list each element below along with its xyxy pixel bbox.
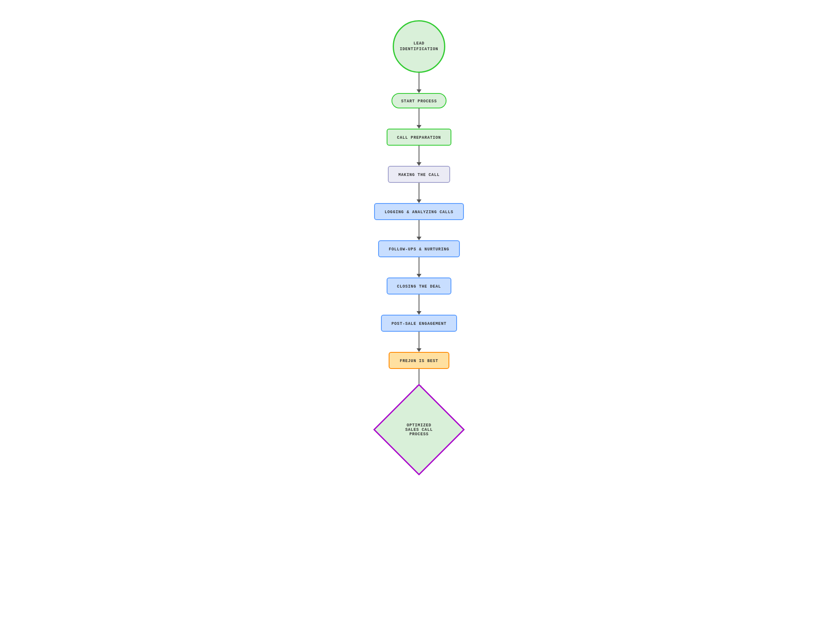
arrow-head-1 xyxy=(417,89,421,93)
node-follow-ups: FOLLOW-UPS & NURTURING xyxy=(378,240,460,257)
arrow-line-8 xyxy=(419,332,419,348)
arrow-head-5 xyxy=(417,237,421,240)
arrow-line-9 xyxy=(419,369,419,386)
arrow-4 xyxy=(417,183,421,203)
node-optimized-sales-label: OPTIMIZED SALES CALL PROCESS xyxy=(399,423,439,436)
arrow-head-4 xyxy=(417,199,421,203)
node-optimized-sales: OPTIMIZED SALES CALL PROCESS xyxy=(379,389,459,470)
node-frejun-best: FREJUN IS BEST xyxy=(389,352,449,369)
arrow-head-2 xyxy=(417,125,421,129)
arrow-line-5 xyxy=(419,220,419,237)
node-closing-the-deal: CLOSING THE DEAL xyxy=(387,278,452,294)
arrow-head-6 xyxy=(417,274,421,278)
arrow-5 xyxy=(417,220,421,240)
arrow-line-2 xyxy=(419,108,419,125)
node-lead-identification: LEAD IDENTIFICATION xyxy=(393,20,445,73)
arrow-head-8 xyxy=(417,348,421,352)
node-follow-ups-label: FOLLOW-UPS & NURTURING xyxy=(389,247,449,252)
arrow-2 xyxy=(417,108,421,129)
arrow-1 xyxy=(417,73,421,93)
node-call-preparation: CALL PREPARATION xyxy=(387,129,452,146)
node-making-the-call: MAKING THE CALL xyxy=(388,166,450,183)
arrow-8 xyxy=(417,332,421,352)
arrow-3 xyxy=(417,146,421,166)
arrow-line-4 xyxy=(419,183,419,199)
node-post-sale: POST-SALE ENGAGEMENT xyxy=(381,315,457,332)
arrow-7 xyxy=(417,294,421,315)
node-start-process: START PROCESS xyxy=(391,93,447,108)
node-start-process-label: START PROCESS xyxy=(401,99,437,104)
arrow-head-7 xyxy=(417,311,421,315)
arrow-line-1 xyxy=(419,73,419,89)
arrow-line-3 xyxy=(419,146,419,162)
arrow-head-3 xyxy=(417,162,421,166)
node-post-sale-label: POST-SALE ENGAGEMENT xyxy=(391,322,447,326)
node-closing-the-deal-label: CLOSING THE DEAL xyxy=(397,284,441,289)
node-call-preparation-label: CALL PREPARATION xyxy=(397,136,441,140)
node-frejun-best-label: FREJUN IS BEST xyxy=(400,359,438,363)
node-logging-analyzing: LOGGING & ANALYZING CALLS xyxy=(374,203,464,220)
arrow-6 xyxy=(417,257,421,278)
node-making-the-call-label: MAKING THE CALL xyxy=(398,173,440,177)
arrow-line-7 xyxy=(419,294,419,311)
node-lead-identification-label: LEAD IDENTIFICATION xyxy=(398,41,440,52)
flowchart: LEAD IDENTIFICATION START PROCESS CALL P… xyxy=(257,8,581,494)
node-logging-analyzing-label: LOGGING & ANALYZING CALLS xyxy=(385,210,453,214)
arrow-line-6 xyxy=(419,257,419,274)
